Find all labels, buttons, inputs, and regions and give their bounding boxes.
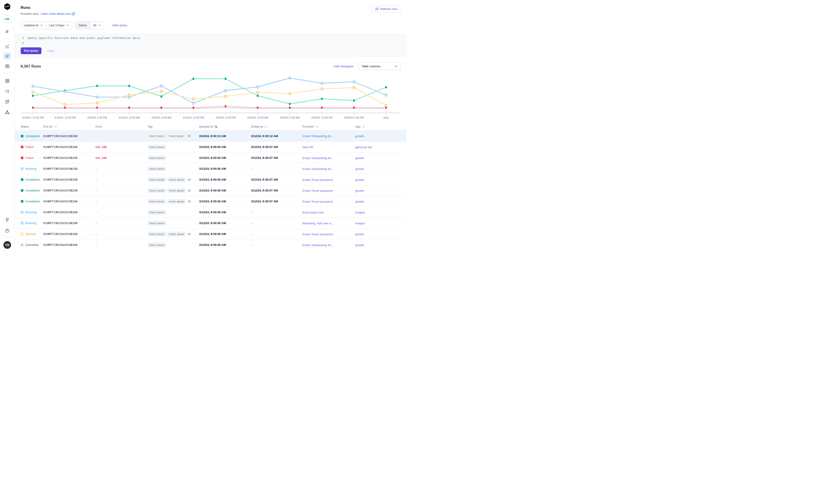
data-point-queued[interactable]: [160, 90, 162, 92]
data-point-running[interactable]: [64, 90, 66, 93]
function-link[interactable]: Email: Onboarding dri...: [302, 156, 333, 160]
app-link[interactable]: Inngest: [355, 222, 365, 225]
function-link[interactable]: Email: Onboarding dri...: [302, 167, 333, 171]
table-row[interactable]: Running01HRPT19RJSA1019B2GN–lorem: ipsum…: [15, 207, 406, 218]
clear-query-button[interactable]: Clear: [47, 49, 54, 53]
function-link[interactable]: Email: Reset password: [302, 233, 332, 236]
table-columns-dropdown[interactable]: Table columns: [358, 62, 400, 70]
table-row[interactable]: Cancelled01HRPT19RJSA1019B2GN–lorem: ips…: [15, 239, 406, 250]
table-row[interactable]: Completed01HRPT19RJSA1019B2GN–lorem: ips…: [15, 185, 406, 196]
data-point-failed[interactable]: [257, 107, 258, 109]
data-point-failed[interactable]: [321, 107, 323, 109]
data-point-failed[interactable]: [160, 107, 162, 109]
table-row[interactable]: Failed01HRPT19RJSA1019B2GNnot_sdklorem: …: [15, 141, 406, 152]
table-row[interactable]: Running01HRPT19RJSA1019B2GN–lorem: ipsum…: [15, 163, 406, 174]
sidebar-item-settings[interactable]: [3, 28, 11, 35]
data-point-queued[interactable]: [192, 98, 194, 100]
table-row[interactable]: Completed01HRPT19RJSA1019B2GN–lorem: ips…: [15, 196, 406, 207]
column-header-error[interactable]: Error: [95, 125, 148, 128]
data-point-queued[interactable]: [257, 91, 258, 93]
refresh-runs-button[interactable]: Refresh runs: [372, 5, 400, 12]
workspace-badge[interactable]: PR: [3, 15, 11, 23]
data-point-queued[interactable]: [225, 95, 226, 97]
column-header-function[interactable]: Function: [302, 125, 355, 128]
sidebar-item-integrations[interactable]: [3, 216, 11, 224]
query-placeholder-text[interactable]: Query specific function data and event p…: [28, 36, 141, 41]
data-point-queued[interactable]: [385, 104, 387, 107]
data-point-queued[interactable]: [128, 94, 130, 96]
data-point-failed[interactable]: [64, 107, 66, 109]
data-point-completed[interactable]: [96, 85, 98, 87]
data-point-completed[interactable]: [353, 99, 355, 102]
histogram-chart[interactable]: 3/19/24, 12:00 PM3/19/24, 12:00 PM3/19/2…: [21, 73, 400, 121]
data-point-running[interactable]: [32, 85, 34, 87]
status-filter-select[interactable]: All: [90, 22, 104, 29]
function-link[interactable]: Marketing: Add new si...: [302, 222, 334, 225]
app-link[interactable]: Inngest: [355, 211, 365, 214]
function-link[interactable]: New PR: [302, 145, 313, 149]
function-link[interactable]: Email: Onboarding dri...: [302, 134, 333, 138]
data-point-completed[interactable]: [385, 86, 387, 88]
column-header-app[interactable]: App: [355, 125, 400, 128]
data-point-failed[interactable]: [289, 107, 291, 109]
function-link[interactable]: Event batch test: [302, 211, 323, 214]
data-point-failed[interactable]: [192, 107, 194, 109]
app-link[interactable]: growth: [355, 200, 364, 203]
inngest-logo[interactable]: [3, 3, 11, 10]
sidebar-item-environments[interactable]: [3, 98, 11, 106]
app-link[interactable]: growth: [355, 134, 364, 138]
data-point-running[interactable]: [225, 90, 226, 92]
column-header-run-id[interactable]: Run ID: [43, 125, 95, 128]
function-link[interactable]: Email: Reset password: [302, 189, 332, 192]
function-link[interactable]: Email: Reset password: [302, 200, 332, 203]
table-row[interactable]: Running01HRPT19RJSA1019B2GN–lorem: ipsum…: [15, 218, 406, 228]
column-header-tag[interactable]: Tag: [148, 125, 199, 128]
app-link[interactable]: growth: [355, 178, 364, 182]
app-link[interactable]: growth: [355, 189, 364, 192]
function-link[interactable]: Email: Reset password: [302, 178, 332, 182]
data-point-failed[interactable]: [385, 107, 387, 109]
sidebar-item-apps[interactable]: [3, 77, 11, 85]
data-point-completed[interactable]: [289, 103, 291, 105]
sidebar-item-webhooks[interactable]: [3, 108, 11, 116]
data-point-running[interactable]: [385, 94, 387, 96]
sidebar-item-functions[interactable]: [3, 87, 11, 95]
data-point-completed[interactable]: [192, 78, 194, 80]
data-point-running[interactable]: [321, 82, 323, 84]
data-point-running[interactable]: [289, 77, 291, 79]
sidebar-item-metrics[interactable]: [3, 42, 11, 50]
data-point-completed[interactable]: [257, 95, 258, 97]
data-point-running[interactable]: [353, 81, 355, 83]
table-row[interactable]: Completed01HRPT19RJSA1019B2GN–lorem: ips…: [15, 174, 406, 185]
data-point-queued[interactable]: [353, 86, 355, 89]
data-point-running[interactable]: [257, 86, 258, 88]
user-avatar[interactable]: CN: [3, 241, 11, 249]
data-point-completed[interactable]: [160, 95, 162, 97]
sidebar-item-runs[interactable]: [3, 52, 11, 60]
data-point-queued[interactable]: [64, 103, 66, 106]
data-point-queued[interactable]: [289, 92, 291, 95]
app-link[interactable]: growth: [355, 243, 364, 247]
data-point-completed[interactable]: [32, 95, 34, 97]
app-link[interactable]: github-pr-bot: [355, 145, 372, 149]
data-point-completed[interactable]: [321, 98, 323, 100]
data-point-queued[interactable]: [32, 91, 34, 93]
hide-histogram-link[interactable]: Hide histogram: [334, 65, 353, 68]
time-field-select[interactable]: Updated at: [21, 22, 46, 29]
function-link[interactable]: Email: Onboarding dri...: [302, 243, 333, 247]
table-row[interactable]: Completed01HRPT19RJSA1019B2GN–lorem: ips…: [15, 131, 406, 141]
data-point-failed[interactable]: [353, 107, 355, 109]
table-row[interactable]: Failed01HRPT19RJSA1019B2GNnot_sdklorem: …: [15, 152, 406, 163]
data-point-running[interactable]: [96, 96, 98, 98]
data-point-running[interactable]: [192, 102, 194, 104]
table-row[interactable]: Queued01HRPT19RJSA1019B2GN–lorem: ipsuml…: [15, 228, 406, 239]
data-point-running[interactable]: [160, 85, 162, 87]
data-point-queued[interactable]: [321, 88, 323, 90]
data-point-failed[interactable]: [32, 107, 34, 109]
column-header-status[interactable]: Status: [21, 125, 43, 128]
app-link[interactable]: growth: [355, 233, 364, 236]
app-link[interactable]: growth: [355, 156, 364, 160]
data-point-failed[interactable]: [128, 107, 130, 109]
sidebar-item-event-search[interactable]: [3, 62, 11, 70]
learn-more-link[interactable]: Learn more about runs: [41, 12, 75, 15]
